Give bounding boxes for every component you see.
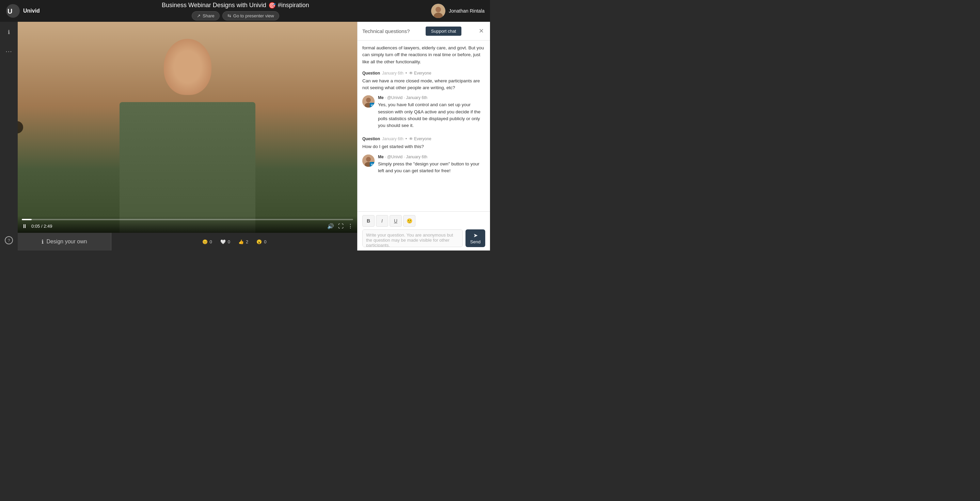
- send-label: Send: [470, 239, 480, 244]
- share-button[interactable]: ↗ Share: [192, 11, 220, 21]
- presenter-view-button[interactable]: ⇆ Go to presenter view: [222, 11, 279, 21]
- progress-fill: [22, 219, 32, 220]
- reaction-heart[interactable]: 🤍 0: [220, 239, 230, 244]
- top-center: Business Webinar Designs with Univid 🎯 #…: [162, 2, 309, 21]
- chat-input-row: ➤ Send: [362, 229, 485, 247]
- controls-row: ⏸ 0:05 / 2:49 🔊 ⛶: [22, 223, 353, 229]
- answer-content-2: Me · @Univid · January 6th Simply press …: [378, 155, 485, 174]
- bold-label: B: [367, 218, 370, 224]
- svg-point-3: [436, 7, 441, 12]
- underline-button[interactable]: U: [390, 215, 402, 227]
- logo-area: U Univid: [5, 3, 40, 18]
- top-bar: U Univid Business Webinar Designs with U…: [0, 0, 490, 22]
- left-sidebar: ℹ ··· ?: [0, 22, 18, 251]
- answer-author-1: Me: [378, 95, 384, 100]
- sidebar-help-button[interactable]: ?: [3, 234, 15, 246]
- design-own-button[interactable]: ℹ Design your own: [18, 233, 111, 251]
- video-person: [18, 22, 357, 233]
- sidebar-info-button[interactable]: ℹ: [3, 26, 15, 38]
- design-icon: ℹ: [41, 239, 44, 245]
- help-icon: ?: [5, 236, 13, 244]
- question-block-1: Question January 6th • 👁 Everyone Can we…: [362, 71, 485, 132]
- more-icon: ⋮: [348, 223, 353, 229]
- chat-toolbar: B I U 🙂: [362, 215, 485, 227]
- video-placeholder: [18, 22, 357, 233]
- chat-input[interactable]: [362, 229, 463, 247]
- more-options-button[interactable]: ⋮: [348, 223, 353, 229]
- answer-block-2: in Me · @Univid · January 6th Simply pre…: [362, 152, 485, 177]
- question-text-2: How do I get started with this?: [362, 143, 485, 150]
- surprised-icon: 😮: [256, 239, 262, 244]
- answer-date-2: January 6th: [406, 155, 427, 159]
- video-bottom-bar: ℹ Design your own 😊 0 🤍 0 👍 2 😮: [18, 233, 357, 251]
- question-meta-1: Question January 6th • 👁 Everyone: [362, 71, 485, 76]
- answer-content-1: Me · @Univid · January 6th Yes, you have…: [378, 95, 485, 129]
- avatar-image: [431, 4, 445, 18]
- fullscreen-icon: ⛶: [338, 223, 344, 229]
- main-content: ℹ ··· ?: [0, 22, 490, 251]
- volume-button[interactable]: 🔊: [327, 223, 334, 229]
- controls-left: ⏸ 0:05 / 2:49: [22, 223, 52, 229]
- design-own-label: Design your own: [46, 239, 87, 245]
- emoji-button[interactable]: 🙂: [403, 215, 415, 227]
- eye-icon: 👁: [409, 71, 413, 76]
- question-visibility-2: 👁 Everyone: [409, 136, 431, 141]
- answer-block-1: in Me · @Univid · January 6th Yes, you h…: [362, 93, 485, 131]
- video-wrapper: › ⏸ 0:05 / 2:49: [18, 22, 357, 233]
- answer-handle-2: @Univid: [387, 155, 403, 159]
- user-name: Jonathan Rintala: [449, 8, 485, 14]
- chat-input-area: B I U 🙂 ➤ Send: [358, 211, 490, 251]
- answer-text-1: Yes, you have full control and can set u…: [378, 101, 485, 129]
- send-icon: ➤: [473, 232, 478, 239]
- reactions-bar: 😊 0 🤍 0 👍 2 😮 0: [111, 239, 357, 244]
- intro-message: formal audiences of lawyers, elderly car…: [362, 44, 485, 65]
- answer-meta-2: Me · @Univid · January 6th: [378, 155, 485, 159]
- italic-label: I: [381, 218, 383, 224]
- info-icon: ℹ: [8, 29, 10, 35]
- heart-icon: 🤍: [220, 239, 226, 244]
- presenter-icon: ⇆: [228, 13, 231, 18]
- svg-text:U: U: [8, 8, 12, 15]
- fullscreen-button[interactable]: ⛶: [338, 223, 344, 229]
- linkedin-badge-2: in: [370, 162, 375, 167]
- bold-button[interactable]: B: [362, 215, 375, 227]
- question-date-1: January 6th: [382, 71, 404, 76]
- user-area: Jonathan Rintala: [431, 4, 485, 18]
- reaction-thumbs-up[interactable]: 👍 2: [239, 239, 248, 244]
- progress-bar[interactable]: [22, 219, 353, 220]
- emoji-label: 🙂: [407, 218, 412, 224]
- top-actions: ↗ Share ⇆ Go to presenter view: [192, 11, 279, 21]
- dot-separator: •: [406, 71, 407, 76]
- thumbs-up-count: 2: [246, 239, 248, 244]
- more-icon: ···: [5, 47, 12, 55]
- smile-count: 0: [210, 239, 212, 244]
- right-panel: Technical questions? Support chat ✕ form…: [357, 22, 490, 251]
- italic-button[interactable]: I: [376, 215, 388, 227]
- svg-point-9: [366, 157, 371, 162]
- question-meta-2: Question January 6th • 👁 Everyone: [362, 136, 485, 141]
- heart-count: 0: [228, 239, 230, 244]
- presenter-label: Go to presenter view: [233, 13, 274, 18]
- avatar: [431, 4, 445, 18]
- play-pause-button[interactable]: ⏸: [22, 223, 27, 229]
- reaction-surprised[interactable]: 😮 0: [256, 239, 266, 244]
- send-button[interactable]: ➤ Send: [466, 229, 485, 247]
- close-chat-button[interactable]: ✕: [477, 26, 485, 36]
- question-visibility-1: 👁 Everyone: [409, 71, 431, 76]
- person-head: [164, 39, 212, 95]
- answer-avatar-2: in: [362, 155, 375, 167]
- answer-author-2: Me: [378, 155, 384, 159]
- answer-handle-1: @Univid: [387, 95, 403, 100]
- chat-header-text: Technical questions?: [362, 28, 410, 34]
- smile-icon: 😊: [202, 239, 208, 244]
- person-body: [119, 102, 255, 233]
- reaction-smile[interactable]: 😊 0: [202, 239, 212, 244]
- question-text-1: Can we have a more closed mode, where pa…: [362, 78, 485, 92]
- video-container: › ⏸ 0:05 / 2:49: [18, 22, 357, 251]
- answer-meta-1: Me · @Univid · January 6th: [378, 95, 485, 100]
- sidebar-more-button[interactable]: ···: [3, 45, 15, 57]
- eye-icon-2: 👁: [409, 136, 413, 141]
- underline-label: U: [394, 218, 398, 224]
- support-chat-button[interactable]: Support chat: [426, 27, 462, 36]
- thumbs-up-icon: 👍: [239, 239, 244, 244]
